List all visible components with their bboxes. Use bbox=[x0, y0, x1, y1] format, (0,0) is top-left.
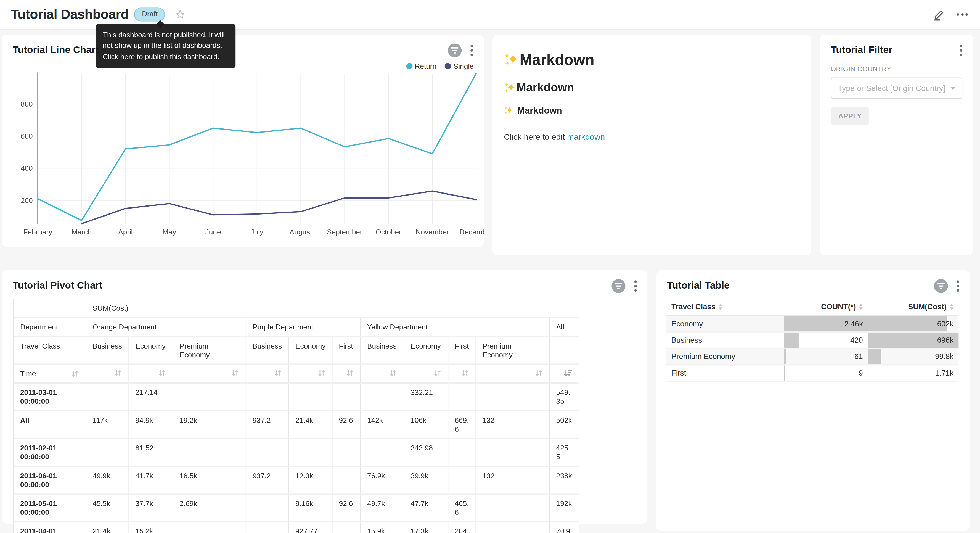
column-header-sum-cost[interactable]: SUM(Cost) bbox=[868, 302, 959, 311]
pivot-cell: 81.52 bbox=[129, 439, 173, 467]
sum-value: 602k bbox=[937, 319, 959, 328]
page-title: Tutorial Dashboard bbox=[11, 7, 129, 22]
pivot-sort-cell bbox=[86, 365, 129, 384]
pivot-department-row: DepartmentOrange DepartmentPurple Depart… bbox=[13, 318, 579, 337]
favorite-star-icon[interactable] bbox=[175, 9, 186, 20]
pivot-cell: 16.5k bbox=[173, 467, 246, 495]
pivot-class-header bbox=[550, 337, 579, 365]
edit-dashboard-icon[interactable] bbox=[933, 8, 945, 21]
pivot-data-row: 2011-06-01 00:00:0049.9k41.7k16.5k937.21… bbox=[13, 467, 579, 495]
chart-menu-icon[interactable] bbox=[632, 279, 639, 293]
sparkles-icon bbox=[504, 81, 515, 93]
pivot-cell: 19.2k bbox=[173, 412, 246, 439]
y-axis-tick-label: 600 bbox=[21, 132, 33, 140]
count-cell: 61 bbox=[784, 349, 868, 364]
chart-menu-icon[interactable] bbox=[954, 279, 961, 293]
legend-item-single[interactable]: Single bbox=[445, 62, 474, 70]
sort-icon[interactable] bbox=[114, 369, 122, 378]
pivot-row-label: 2011-06-01 00:00:00 bbox=[13, 467, 86, 495]
pivot-cell: 76.9k bbox=[361, 467, 404, 495]
origin-country-select[interactable]: Type or Select [Origin Country] bbox=[830, 78, 963, 99]
sort-icon[interactable] bbox=[231, 369, 239, 378]
select-placeholder: Type or Select [Origin Country] bbox=[838, 84, 947, 93]
series-line-single bbox=[82, 191, 476, 224]
pivot-cell bbox=[332, 522, 361, 533]
table-row: Premium Economy6199.8k bbox=[667, 349, 959, 365]
sort-icon[interactable] bbox=[274, 369, 282, 378]
pivot-cell: 92.6 bbox=[332, 412, 361, 439]
pivot-cell: 937.2 bbox=[246, 467, 289, 495]
chart-menu-icon[interactable] bbox=[468, 43, 476, 57]
table-row: First91.71k bbox=[667, 365, 959, 381]
draft-status-badge[interactable]: Draft bbox=[134, 8, 165, 21]
applied-filters-icon[interactable] bbox=[611, 279, 625, 293]
pivot-cell: 927.77 bbox=[289, 522, 332, 533]
pivot-row-label: 2011-02-01 00:00:00 bbox=[13, 439, 86, 467]
cell-bar bbox=[868, 365, 868, 381]
legend-dot bbox=[445, 63, 451, 69]
pivot-cell bbox=[289, 384, 332, 411]
pivot-time-header: Time bbox=[13, 365, 86, 384]
more-actions-icon[interactable] bbox=[955, 12, 969, 17]
sort-carets-icon bbox=[859, 304, 863, 310]
pivot-row-label: All bbox=[13, 412, 86, 439]
column-header-travel-class[interactable]: Travel Class bbox=[667, 302, 784, 311]
pivot-metric-row: SUM(Cost) bbox=[13, 299, 579, 318]
column-header-count[interactable]: COUNT(*) bbox=[784, 302, 868, 311]
markdown-edit-link[interactable]: markdown bbox=[567, 132, 605, 142]
line-chart: 200400600800FebruaryMarchAprilMayJuneJul… bbox=[2, 71, 484, 247]
pivot-cell: 549.35 bbox=[550, 384, 579, 411]
sort-icon[interactable] bbox=[71, 370, 80, 378]
card-tutorial-pivot-chart: Tutorial Pivot Chart SUM(Cost)Department… bbox=[2, 270, 648, 523]
sort-icon[interactable] bbox=[158, 369, 167, 378]
pivot-cell: 17.3k bbox=[404, 522, 449, 533]
pivot-sort-cell bbox=[404, 365, 449, 384]
pivot-class-header: Economy bbox=[129, 337, 173, 365]
sort-icon[interactable] bbox=[535, 369, 543, 378]
pivot-cell: 669.6 bbox=[448, 412, 476, 439]
apply-filter-button[interactable]: APPLY bbox=[830, 107, 869, 125]
sum-cell: 99.8k bbox=[868, 349, 959, 364]
sort-icon[interactable] bbox=[433, 369, 442, 378]
markdown-h2: Markdown bbox=[504, 81, 800, 94]
sort-icon[interactable] bbox=[461, 369, 469, 378]
publish-tooltip[interactable]: This dashboard is not published, it will… bbox=[96, 24, 235, 68]
cell-bar bbox=[784, 365, 784, 381]
card-markdown[interactable]: Markdown Markdown bbox=[493, 35, 811, 255]
pivot-row-label: 2011-05-01 00:00:00 bbox=[13, 495, 86, 522]
sum-cell: 602k bbox=[868, 316, 959, 331]
x-axis-tick-label: March bbox=[72, 228, 92, 236]
sort-icon[interactable] bbox=[317, 369, 326, 378]
dashboard-root: Tutorial Dashboard Draft This dashboard … bbox=[0, 0, 980, 533]
table-row: Business420696k bbox=[667, 333, 959, 349]
pivot-cell: 21.4k bbox=[289, 412, 332, 439]
pivot-cell bbox=[173, 384, 246, 411]
sum-value: 99.8k bbox=[935, 352, 958, 361]
pivot-cell bbox=[289, 439, 332, 467]
pivot-sort-cell bbox=[448, 365, 476, 384]
pivot-cell: 106k bbox=[404, 412, 449, 439]
x-axis-tick-label: May bbox=[162, 228, 176, 236]
chart-menu-icon[interactable] bbox=[957, 43, 965, 57]
pivot-cell bbox=[476, 439, 550, 467]
sparkles-icon bbox=[504, 52, 519, 67]
applied-filters-icon[interactable] bbox=[934, 279, 948, 293]
chart-legend: ReturnSingle bbox=[406, 62, 473, 70]
data-table: Travel ClassCOUNT(*)SUM(Cost)Economy2.46… bbox=[667, 298, 959, 381]
pivot-class-header: Economy bbox=[404, 337, 449, 365]
sort-icon[interactable] bbox=[389, 369, 398, 378]
sum-cell: 696k bbox=[868, 333, 959, 348]
sort-icon[interactable] bbox=[346, 369, 354, 378]
filter-field-label: ORIGIN COUNTRY bbox=[830, 65, 963, 72]
x-axis-tick-label: June bbox=[205, 228, 221, 236]
legend-item-return[interactable]: Return bbox=[406, 62, 436, 70]
pivot-cell: 142k bbox=[361, 412, 404, 439]
sort-descending-icon[interactable] bbox=[564, 369, 573, 378]
applied-filters-icon[interactable] bbox=[448, 43, 461, 57]
pivot-cell bbox=[173, 522, 246, 533]
sum-value: 696k bbox=[937, 336, 959, 345]
travel-class-cell: Business bbox=[667, 333, 784, 348]
count-cell: 2.46k bbox=[784, 316, 868, 331]
pivot-cell bbox=[173, 439, 246, 467]
pivot-cell bbox=[448, 384, 476, 411]
